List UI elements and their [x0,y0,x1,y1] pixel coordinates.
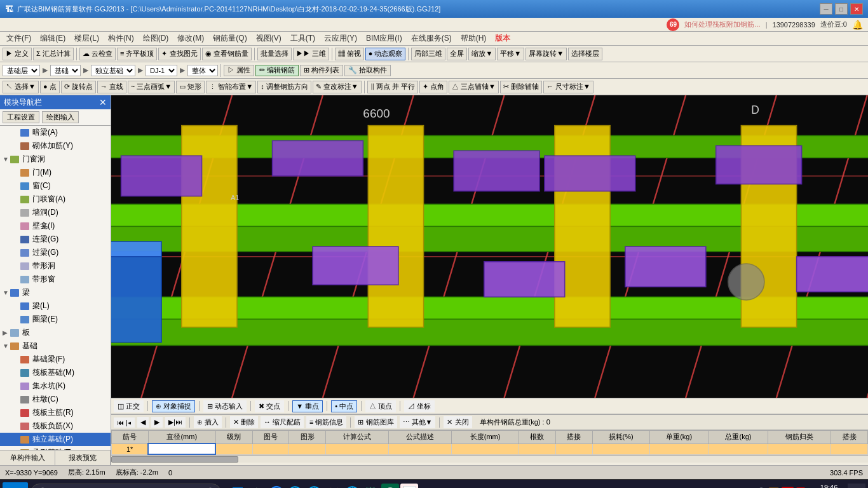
table-row[interactable]: 1* [112,444,868,454]
table-btn-next[interactable]: ▶ [151,417,163,428]
tree-item-undefined[interactable]: 带形窗 [0,273,111,286]
taskbar-search[interactable]: 🔍 在这里输入你要搜索的内容 🎤 [31,484,221,489]
menu-item-版本[interactable]: 版本 [491,32,514,45]
bottom-btn-single-input[interactable]: 单构件输入 [0,451,55,465]
table-btn-close[interactable]: ✕ 关闭 [444,416,471,428]
close-button[interactable]: ✕ [850,3,863,15]
table-scroll-area[interactable]: 筋号直径(mm)级别图号图形计算公式公式描述长度(mm)根数搭接损耗(%)单重(… [111,430,868,455]
tree-item-undefined[interactable]: 基础梁(F) [0,353,111,366]
draw-btn-point[interactable]: ● 点 [40,81,60,93]
tree-item-undefined[interactable]: 过梁(G) [0,246,111,259]
toolbar-btn-cloud-check[interactable]: ☁ 云检查 [79,48,116,60]
toolbar-btn-pan[interactable]: 平移▼ [497,48,524,60]
menu-item-BIM应用I[interactable]: BIM应用(I) [362,32,406,45]
menu-item-楼层L[interactable]: 楼层(L) [71,32,103,45]
toolbar-btn-top-view[interactable]: ▦ 俯视 [335,48,364,60]
draw-extra-btn-three-point[interactable]: △ 三点辅轴▼ [449,81,499,93]
draw-btn-line[interactable]: → 直线 [97,81,126,93]
bc-btn-edit-bar[interactable]: ✏ 编辑钢筋 [255,65,299,76]
snap-btn-midpoint[interactable]: • 中点 [331,400,357,412]
show-desktop-button[interactable]: ▭ [848,484,865,489]
draw-extra-btn-angle-point[interactable]: ✦ 点角 [419,81,447,93]
menu-item-修改M[interactable]: 修改(M) [173,32,208,45]
bc-btn-pick-comp[interactable]: 🔧 拾取构件 [344,65,391,76]
element-type-select[interactable]: 独立基础 [91,65,135,76]
table-btn-first[interactable]: ⏮ |◀ [114,417,135,428]
toolbar-btn-summary[interactable]: Σ 汇总计算 [33,48,74,60]
category-select[interactable]: 基础 [50,65,81,76]
snap-btn-intersect[interactable]: ✖ 交点 [255,400,284,412]
toolbar-btn-select-floor[interactable]: 选择楼层 [568,48,602,60]
start-button[interactable]: ⊞ [3,482,28,489]
toolbar-btn-3d[interactable]: ▶▶ 三维 [293,48,329,60]
table-btn-bar-info[interactable]: ≡ 钢筋信息 [306,416,346,428]
canvas-area[interactable]: 6600 2600 3400 1800 A1 A D A1 [111,95,868,398]
toolbar-btn-view-bar[interactable]: ◉ 查看钢筋量 [202,48,252,60]
toolbar-btn-local-3d[interactable]: 局部三维 [411,48,445,60]
bc-btn-comp-list[interactable]: ⊞ 构件列表 [300,65,343,76]
taskbar-app-search[interactable]: ⬡ [248,484,266,489]
menu-item-在线服务S[interactable]: 在线服务(S) [407,32,456,45]
draw-extra-btn-dim-note[interactable]: ← 尺寸标注▼ [543,81,593,93]
tree-item-undefined[interactable]: 砌体加筋(Y) [0,139,111,152]
bc-btn-property[interactable]: ▷ 属性 [224,65,254,76]
snap-btn-snap[interactable]: ⊕ 对象捕捉 [152,400,195,412]
tree-item-undefined[interactable]: ▼梁 [0,286,111,299]
menu-item-云应用Y[interactable]: 云应用(Y) [320,32,361,45]
tree-item-undefined[interactable]: 门(M) [0,166,111,179]
bottom-btn-report[interactable]: 报表预览 [55,451,111,465]
tree-item-undefined[interactable]: 带形洞 [0,259,111,273]
toolbar-btn-dynamic-view[interactable]: ● 动态观察 [365,48,406,60]
draw-btn-edit-note[interactable]: ✎ 查改标注▼ [313,81,362,93]
toolbar-btn-fullscreen[interactable]: 全屏 [447,48,467,60]
menu-item-绘图D[interactable]: 绘图(D) [139,32,173,45]
toolbar-btn-find[interactable]: ✦ 查找图元 [158,48,200,60]
menu-item-构件N[interactable]: 构件(N) [104,32,138,45]
tree-item-undefined[interactable]: ▶板 [0,326,111,339]
table-btn-other[interactable]: ⋯ 其他▼ [400,416,436,428]
taskbar-app-ie[interactable]: 🌐 [286,484,304,489]
toolbar-btn-zoom[interactable]: 缩放▼ [468,48,496,60]
element-select[interactable]: DJ-1 [146,65,177,76]
table-btn-delete[interactable]: ✕ 删除 [230,416,258,428]
snap-btn-vertex[interactable]: △ 顶点 [365,400,396,412]
table-cell-直径(mm)[interactable] [148,444,215,454]
tree-item-undefined[interactable]: 墙洞(D) [0,206,111,219]
table-btn-scale-bar[interactable]: ↔ 缩尺配筋 [261,416,304,428]
scroll-thumb[interactable] [111,456,238,463]
taskbar-app-files[interactable]: 📁 [324,484,342,489]
menu-item-视图V[interactable]: 视图(V) [252,32,285,45]
draw-btn-smart-place[interactable]: ⋮ 智能布置▼ [206,81,256,93]
maximize-button[interactable]: □ [835,3,848,15]
tree-item-undefined[interactable]: 梁(L) [0,299,111,313]
nav-tab-工程设置[interactable]: 工程设置 [3,111,39,123]
tree-item-undefined[interactable]: ▼基础 [0,339,111,353]
tree-item-undefined[interactable]: 壁龛(I) [0,219,111,233]
taskbar-app-explorer[interactable]: 🗔 [229,484,247,489]
draw-btn-rot-point[interactable]: ⟳ 旋转点 [61,81,96,93]
draw-btn-adjust-dir[interactable]: ↕ 调整钢筋方向 [257,81,311,93]
toolbar-btn-align-top[interactable]: ≡ 齐平板顶 [117,48,157,60]
menu-item-帮助H[interactable]: 帮助(H) [457,32,491,45]
snap-btn-ortho[interactable]: ◫ 正交 [114,400,144,412]
tree-item-undefined[interactable]: 门联窗(A) [0,193,111,206]
taskbar-app-glodon[interactable]: 🛡 [362,484,380,489]
menu-item-工具T[interactable]: 工具(T) [287,32,319,45]
taskbar-app-settings[interactable]: 🌀 [267,484,285,489]
draw-extra-btn-del-axis[interactable]: ✂ 删除辅轴 [500,81,542,93]
notification-icon[interactable]: 🔔 [852,20,863,30]
tree-item-undefined[interactable]: 圈梁(E) [0,313,111,326]
tree-item-undefined[interactable]: 筏板基础(M) [0,366,111,379]
draw-extra-btn-two-point[interactable]: ∥ 两点 并 平行 [367,81,418,93]
taskbar-app-budget[interactable]: 📊 [400,484,418,489]
menu-item-钢筋量Q[interactable]: 钢筋量(Q) [209,32,250,45]
horizontal-scrollbar[interactable] [111,455,868,463]
tree-item-undefined[interactable]: ▼门窗洞 [0,152,111,166]
view-select[interactable]: 整体 [187,65,218,76]
snap-btn-perp[interactable]: ▼ 垂点 [292,400,323,412]
tree-item-undefined[interactable]: 窗(C) [0,179,111,193]
taskbar-app-browser3[interactable]: 🌐 [343,484,361,489]
tree-item-undefined[interactable]: 集水坑(K) [0,379,111,393]
table-btn-last[interactable]: ▶|⏭ [165,417,186,428]
draw-btn-rect[interactable]: ▭ 矩形 [176,81,205,93]
